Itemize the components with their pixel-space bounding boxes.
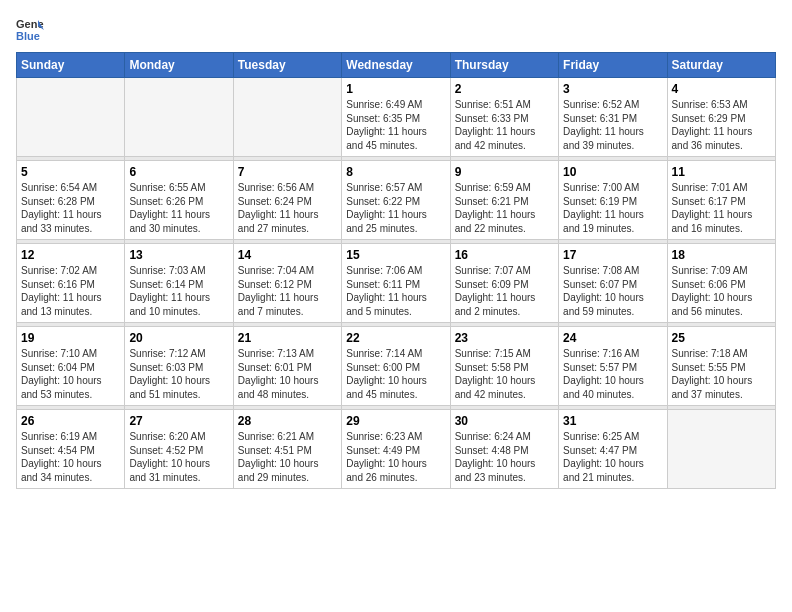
- day-info: Sunrise: 7:02 AM Sunset: 6:16 PM Dayligh…: [21, 264, 120, 318]
- day-info: Sunrise: 6:21 AM Sunset: 4:51 PM Dayligh…: [238, 430, 337, 484]
- day-cell: 6Sunrise: 6:55 AM Sunset: 6:26 PM Daylig…: [125, 161, 233, 240]
- week-row-4: 19Sunrise: 7:10 AM Sunset: 6:04 PM Dayli…: [17, 327, 776, 406]
- day-info: Sunrise: 6:52 AM Sunset: 6:31 PM Dayligh…: [563, 98, 662, 152]
- day-number: 9: [455, 165, 554, 179]
- day-cell: 22Sunrise: 7:14 AM Sunset: 6:00 PM Dayli…: [342, 327, 450, 406]
- day-number: 7: [238, 165, 337, 179]
- day-info: Sunrise: 6:53 AM Sunset: 6:29 PM Dayligh…: [672, 98, 771, 152]
- day-info: Sunrise: 7:15 AM Sunset: 5:58 PM Dayligh…: [455, 347, 554, 401]
- day-number: 26: [21, 414, 120, 428]
- week-row-5: 26Sunrise: 6:19 AM Sunset: 4:54 PM Dayli…: [17, 410, 776, 489]
- week-row-2: 5Sunrise: 6:54 AM Sunset: 6:28 PM Daylig…: [17, 161, 776, 240]
- day-cell: 7Sunrise: 6:56 AM Sunset: 6:24 PM Daylig…: [233, 161, 341, 240]
- day-number: 11: [672, 165, 771, 179]
- day-number: 14: [238, 248, 337, 262]
- day-cell: 2Sunrise: 6:51 AM Sunset: 6:33 PM Daylig…: [450, 78, 558, 157]
- page-header: General Blue: [16, 16, 776, 44]
- logo: General Blue: [16, 16, 48, 44]
- day-info: Sunrise: 7:09 AM Sunset: 6:06 PM Dayligh…: [672, 264, 771, 318]
- day-cell: [125, 78, 233, 157]
- day-info: Sunrise: 7:18 AM Sunset: 5:55 PM Dayligh…: [672, 347, 771, 401]
- day-number: 23: [455, 331, 554, 345]
- day-info: Sunrise: 6:51 AM Sunset: 6:33 PM Dayligh…: [455, 98, 554, 152]
- day-number: 4: [672, 82, 771, 96]
- day-info: Sunrise: 7:00 AM Sunset: 6:19 PM Dayligh…: [563, 181, 662, 235]
- day-number: 3: [563, 82, 662, 96]
- day-cell: [667, 410, 775, 489]
- day-info: Sunrise: 6:25 AM Sunset: 4:47 PM Dayligh…: [563, 430, 662, 484]
- day-cell: 18Sunrise: 7:09 AM Sunset: 6:06 PM Dayli…: [667, 244, 775, 323]
- day-info: Sunrise: 7:01 AM Sunset: 6:17 PM Dayligh…: [672, 181, 771, 235]
- day-info: Sunrise: 7:03 AM Sunset: 6:14 PM Dayligh…: [129, 264, 228, 318]
- day-cell: 15Sunrise: 7:06 AM Sunset: 6:11 PM Dayli…: [342, 244, 450, 323]
- day-cell: 20Sunrise: 7:12 AM Sunset: 6:03 PM Dayli…: [125, 327, 233, 406]
- day-info: Sunrise: 7:08 AM Sunset: 6:07 PM Dayligh…: [563, 264, 662, 318]
- day-cell: 21Sunrise: 7:13 AM Sunset: 6:01 PM Dayli…: [233, 327, 341, 406]
- day-info: Sunrise: 6:57 AM Sunset: 6:22 PM Dayligh…: [346, 181, 445, 235]
- day-number: 1: [346, 82, 445, 96]
- day-cell: 14Sunrise: 7:04 AM Sunset: 6:12 PM Dayli…: [233, 244, 341, 323]
- day-info: Sunrise: 6:19 AM Sunset: 4:54 PM Dayligh…: [21, 430, 120, 484]
- day-info: Sunrise: 6:23 AM Sunset: 4:49 PM Dayligh…: [346, 430, 445, 484]
- calendar-table: SundayMondayTuesdayWednesdayThursdayFrid…: [16, 52, 776, 489]
- day-number: 27: [129, 414, 228, 428]
- day-info: Sunrise: 6:20 AM Sunset: 4:52 PM Dayligh…: [129, 430, 228, 484]
- week-row-1: 1Sunrise: 6:49 AM Sunset: 6:35 PM Daylig…: [17, 78, 776, 157]
- day-number: 5: [21, 165, 120, 179]
- day-info: Sunrise: 7:12 AM Sunset: 6:03 PM Dayligh…: [129, 347, 228, 401]
- day-info: Sunrise: 6:56 AM Sunset: 6:24 PM Dayligh…: [238, 181, 337, 235]
- day-info: Sunrise: 6:59 AM Sunset: 6:21 PM Dayligh…: [455, 181, 554, 235]
- day-number: 16: [455, 248, 554, 262]
- day-number: 29: [346, 414, 445, 428]
- day-header-tuesday: Tuesday: [233, 53, 341, 78]
- day-cell: 13Sunrise: 7:03 AM Sunset: 6:14 PM Dayli…: [125, 244, 233, 323]
- day-cell: 29Sunrise: 6:23 AM Sunset: 4:49 PM Dayli…: [342, 410, 450, 489]
- day-info: Sunrise: 7:16 AM Sunset: 5:57 PM Dayligh…: [563, 347, 662, 401]
- day-info: Sunrise: 7:07 AM Sunset: 6:09 PM Dayligh…: [455, 264, 554, 318]
- day-info: Sunrise: 7:10 AM Sunset: 6:04 PM Dayligh…: [21, 347, 120, 401]
- day-info: Sunrise: 7:04 AM Sunset: 6:12 PM Dayligh…: [238, 264, 337, 318]
- day-number: 19: [21, 331, 120, 345]
- day-cell: 31Sunrise: 6:25 AM Sunset: 4:47 PM Dayli…: [559, 410, 667, 489]
- day-cell: [233, 78, 341, 157]
- calendar-header-row: SundayMondayTuesdayWednesdayThursdayFrid…: [17, 53, 776, 78]
- week-row-3: 12Sunrise: 7:02 AM Sunset: 6:16 PM Dayli…: [17, 244, 776, 323]
- day-cell: 12Sunrise: 7:02 AM Sunset: 6:16 PM Dayli…: [17, 244, 125, 323]
- day-cell: 8Sunrise: 6:57 AM Sunset: 6:22 PM Daylig…: [342, 161, 450, 240]
- day-info: Sunrise: 6:24 AM Sunset: 4:48 PM Dayligh…: [455, 430, 554, 484]
- day-cell: 3Sunrise: 6:52 AM Sunset: 6:31 PM Daylig…: [559, 78, 667, 157]
- day-info: Sunrise: 7:13 AM Sunset: 6:01 PM Dayligh…: [238, 347, 337, 401]
- day-number: 30: [455, 414, 554, 428]
- day-number: 12: [21, 248, 120, 262]
- day-number: 24: [563, 331, 662, 345]
- day-info: Sunrise: 6:55 AM Sunset: 6:26 PM Dayligh…: [129, 181, 228, 235]
- day-cell: 24Sunrise: 7:16 AM Sunset: 5:57 PM Dayli…: [559, 327, 667, 406]
- day-number: 15: [346, 248, 445, 262]
- day-number: 18: [672, 248, 771, 262]
- day-cell: 25Sunrise: 7:18 AM Sunset: 5:55 PM Dayli…: [667, 327, 775, 406]
- day-number: 22: [346, 331, 445, 345]
- day-info: Sunrise: 7:14 AM Sunset: 6:00 PM Dayligh…: [346, 347, 445, 401]
- day-number: 25: [672, 331, 771, 345]
- day-cell: 30Sunrise: 6:24 AM Sunset: 4:48 PM Dayli…: [450, 410, 558, 489]
- day-header-sunday: Sunday: [17, 53, 125, 78]
- day-info: Sunrise: 7:06 AM Sunset: 6:11 PM Dayligh…: [346, 264, 445, 318]
- day-number: 17: [563, 248, 662, 262]
- day-number: 10: [563, 165, 662, 179]
- day-header-saturday: Saturday: [667, 53, 775, 78]
- day-cell: 26Sunrise: 6:19 AM Sunset: 4:54 PM Dayli…: [17, 410, 125, 489]
- day-number: 8: [346, 165, 445, 179]
- svg-text:Blue: Blue: [16, 30, 40, 42]
- day-cell: 5Sunrise: 6:54 AM Sunset: 6:28 PM Daylig…: [17, 161, 125, 240]
- day-number: 2: [455, 82, 554, 96]
- day-header-thursday: Thursday: [450, 53, 558, 78]
- day-header-monday: Monday: [125, 53, 233, 78]
- day-number: 28: [238, 414, 337, 428]
- day-cell: 23Sunrise: 7:15 AM Sunset: 5:58 PM Dayli…: [450, 327, 558, 406]
- day-cell: 11Sunrise: 7:01 AM Sunset: 6:17 PM Dayli…: [667, 161, 775, 240]
- day-info: Sunrise: 6:54 AM Sunset: 6:28 PM Dayligh…: [21, 181, 120, 235]
- day-number: 6: [129, 165, 228, 179]
- day-header-wednesday: Wednesday: [342, 53, 450, 78]
- day-number: 31: [563, 414, 662, 428]
- day-header-friday: Friday: [559, 53, 667, 78]
